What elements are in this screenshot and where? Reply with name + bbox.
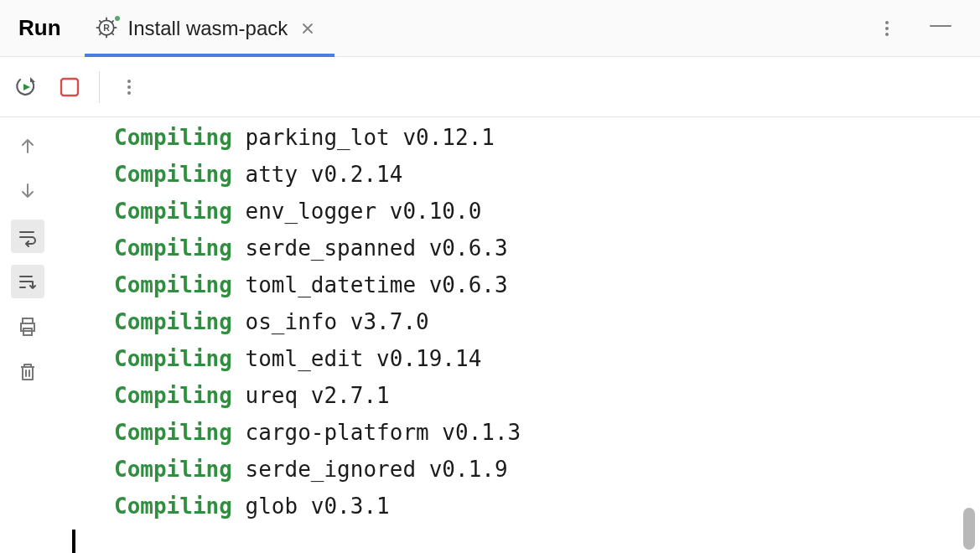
soft-wrap-button[interactable] [11,220,44,253]
console-line: Compiling serde_ignored v0.1.9 [114,451,980,488]
compile-target: atty v0.2.14 [246,162,403,187]
compile-target: cargo-platform v0.1.3 [246,420,521,445]
compile-target: serde_spanned v0.6.3 [246,235,508,261]
compile-target: env_logger v0.10.0 [246,199,482,224]
console-line: Compiling glob v0.3.1 [114,488,980,525]
run-toolbar [0,57,980,117]
compile-keyword: Compiling [114,162,232,187]
console-line: Compiling toml_edit v0.19.14 [114,340,980,377]
toolbar-more-button[interactable] [115,73,143,101]
svg-line-5 [99,20,101,23]
trash-icon [17,361,39,383]
compile-target: toml_edit v0.19.14 [246,346,482,371]
rerun-icon [13,75,39,100]
svg-line-6 [111,33,114,35]
stop-icon [58,75,81,99]
console-output[interactable]: Compiling parking_lot v0.12.1 Compiling … [55,117,980,553]
clear-all-button[interactable] [11,355,44,389]
print-button[interactable] [11,310,44,344]
toolbar-divider [99,71,100,103]
running-indicator-dot [113,14,122,23]
svg-rect-10 [61,79,78,96]
compile-target: serde_ignored v0.1.9 [246,457,508,482]
compile-keyword: Compiling [114,383,232,408]
compile-keyword: Compiling [114,420,232,445]
compile-keyword: Compiling [114,457,232,482]
console-line: Compiling cargo-platform v0.1.3 [114,414,980,451]
console-line: Compiling toml_datetime v0.6.3 [114,266,980,303]
run-main-area: Compiling parking_lot v0.12.1 Compiling … [0,117,980,553]
active-tab-underline [85,54,335,57]
scroll-to-end-button[interactable] [11,265,44,298]
rust-icon: R [95,16,120,41]
soft-wrap-icon [17,225,39,247]
compile-keyword: Compiling [114,309,232,334]
hide-tool-window-button[interactable] [926,14,955,43]
compile-keyword: Compiling [114,199,232,224]
kebab-icon [877,18,897,39]
compile-keyword: Compiling [114,272,232,297]
compile-target: os_info v3.7.0 [246,309,429,334]
text-cursor [72,530,75,553]
stop-button[interactable] [55,73,84,101]
compile-keyword: Compiling [114,346,232,371]
compile-target: parking_lot v0.12.1 [246,125,495,150]
console-line: Compiling ureq v2.7.1 [114,377,980,414]
print-icon [17,316,39,338]
console-sidebar [0,117,55,553]
scroll-down-button[interactable] [11,174,44,208]
vertical-scrollbar-thumb[interactable] [963,508,975,550]
tab-close-button[interactable] [296,17,319,40]
arrow-down-icon [18,181,38,201]
compile-target: toml_datetime v0.6.3 [246,272,508,297]
compile-target: glob v0.3.1 [246,494,390,519]
scroll-up-button[interactable] [11,129,44,163]
scroll-to-end-icon [17,271,39,292]
compile-keyword: Compiling [114,235,232,261]
svg-line-7 [99,33,101,35]
tab-title: Install wasm-pack [128,17,288,40]
console-line: Compiling os_info v3.7.0 [114,303,980,340]
compile-keyword: Compiling [114,125,232,150]
tool-window-title: Run [0,15,85,41]
minimize-icon [930,25,951,27]
close-icon [301,22,314,35]
console-line: Compiling parking_lot v0.12.1 [114,119,980,156]
more-options-button[interactable] [873,14,901,43]
svg-text:R: R [103,23,110,33]
arrow-up-icon [18,136,38,156]
kebab-icon [119,77,139,97]
console-line: Compiling env_logger v0.10.0 [114,193,980,230]
run-tool-window-header: Run R [0,0,980,57]
console-line: Compiling serde_spanned v0.6.3 [114,230,980,266]
rerun-button[interactable] [12,73,40,101]
compile-target: ureq v2.7.1 [246,383,390,408]
console-line: Compiling atty v0.2.14 [114,156,980,193]
tab-install-wasm-pack[interactable]: R Install wasm-pack [85,0,335,56]
compile-keyword: Compiling [114,494,232,519]
